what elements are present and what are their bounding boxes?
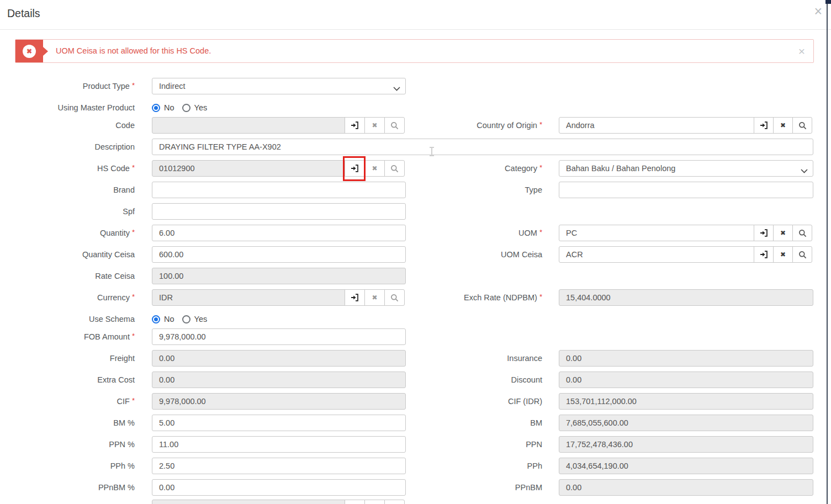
fob_amount-control: [152, 328, 406, 345]
text-cursor-ibeam: [431, 147, 432, 156]
fob_amount-input[interactable]: [152, 328, 406, 345]
product_type-selected-value: Indirect: [159, 82, 186, 91]
uom-search-button[interactable]: [792, 225, 812, 241]
field-row-product-type: Product Type*Indirect: [0, 78, 831, 94]
type-label-text: Type: [525, 185, 542, 194]
field-row-exch-rate-ndpbm: Exch Rate (NDPBM)*: [0, 289, 831, 306]
bm-input: [559, 415, 813, 431]
sign-in-arrow-icon: [760, 121, 768, 129]
uom-lookup: ✖: [559, 225, 812, 241]
uom_ceisa-lookup: ✖: [559, 246, 812, 263]
bottom_partial-control: ✖: [152, 500, 405, 504]
spf-control: [152, 203, 406, 220]
bm-control: [559, 415, 813, 431]
using_master_product-radio-yes[interactable]: [182, 104, 190, 112]
using_master_product-radio-group: NoYes: [152, 99, 215, 116]
chevron-down-icon: [393, 84, 400, 93]
ppn-control: [559, 436, 813, 453]
ppn-label-text: PPN: [526, 440, 542, 449]
clear-x-icon: ✖: [780, 251, 786, 258]
required-asterisk: *: [539, 228, 542, 236]
sign-in-arrow-icon: [760, 251, 768, 258]
product_type-select[interactable]: Indirect: [152, 78, 406, 94]
ppn-input: [559, 436, 813, 453]
clear-x-icon: ✖: [780, 229, 786, 237]
uom_ceisa-clear-button[interactable]: ✖: [773, 246, 793, 263]
ppnbm-input: [559, 479, 813, 496]
field-row-pph: PPh: [0, 458, 831, 474]
using_master_product-control: NoYes: [152, 99, 215, 116]
use_schema-radio-label-no: No: [164, 315, 174, 323]
bm-label: BM: [411, 415, 542, 431]
use_schema-radio-group: NoYes: [152, 311, 215, 327]
exch_rate_ndpbm-label-text: Exch Rate (NDPBM): [464, 293, 537, 302]
bottom_partial-clear-button[interactable]: ✖: [364, 500, 385, 504]
error-badge: ✖: [15, 40, 43, 62]
chevron-down-icon: [801, 166, 808, 175]
category-label-text: Category: [505, 164, 537, 173]
error-message: UOM Ceisa is not allowed for this HS Cod…: [56, 40, 211, 62]
category-label: Category*: [411, 160, 542, 177]
product_type-label: Product Type*: [0, 78, 135, 94]
discount-input: [559, 372, 813, 388]
required-asterisk: *: [132, 332, 135, 340]
discount-label: Discount: [411, 372, 542, 388]
use_schema-label: Use Schema: [0, 311, 135, 327]
fob_amount-label: FOB Amount*: [0, 328, 135, 345]
uom-label: UOM*: [411, 225, 542, 241]
close-icon[interactable]: ×: [814, 4, 822, 18]
window-edge-corner: [825, 0, 831, 4]
category-select[interactable]: Bahan Baku / Bahan Penolong: [559, 160, 813, 177]
bottom_partial-input: [152, 500, 345, 504]
required-asterisk: *: [539, 293, 542, 301]
field-row-discount: Discount: [0, 372, 831, 388]
cif_idr-label-text: CIF (IDR): [508, 397, 542, 406]
field-row-rate-ceisa: Rate Ceisa: [0, 268, 831, 284]
country_of_origin-clear-button[interactable]: ✖: [773, 117, 793, 134]
using_master_product-radio-label-no: No: [164, 103, 174, 112]
search-icon: [798, 251, 807, 259]
spf-input[interactable]: [152, 203, 406, 220]
field-row-country-of-origin: Country of Origin*✖: [0, 117, 831, 134]
uom_ceisa-search-button[interactable]: [792, 246, 812, 263]
use_schema-radio-no[interactable]: [152, 315, 160, 323]
search-icon: [798, 121, 807, 130]
field-row-use-schema: Use SchemaNoYes: [0, 311, 831, 327]
type-input[interactable]: [559, 182, 813, 198]
country_of_origin-goto-button[interactable]: [754, 117, 774, 134]
bottom_partial-goto-button[interactable]: [345, 500, 365, 504]
use_schema-radio-yes[interactable]: [182, 315, 190, 323]
using_master_product-label-text: Using Master Product: [58, 103, 135, 112]
bottom_partial-search-button[interactable]: [384, 500, 405, 504]
description-input[interactable]: [152, 139, 813, 155]
spf-label-text: Spf: [123, 207, 135, 216]
using_master_product-radio-no[interactable]: [152, 104, 160, 112]
use_schema-label-text: Use Schema: [89, 315, 135, 323]
uom-goto-button[interactable]: [754, 225, 774, 241]
ppnbm-label: PPnBM: [411, 479, 542, 496]
exch_rate_ndpbm-input: [559, 289, 813, 306]
uom-clear-button[interactable]: ✖: [773, 225, 793, 241]
uom-control: ✖: [559, 225, 812, 241]
field-row-insurance: Insurance: [0, 350, 831, 367]
field-row-bm: BM: [0, 415, 831, 431]
alert-close-icon[interactable]: ×: [798, 40, 805, 62]
field-row-uom-ceisa: UOM Ceisa✖: [0, 246, 831, 263]
insurance-input: [559, 350, 813, 367]
field-row-bottom-partial: ✖: [0, 500, 831, 504]
country_of_origin-input[interactable]: [559, 117, 754, 134]
description-label: Description: [0, 139, 135, 155]
field-row-type: Type: [0, 182, 831, 198]
exch_rate_ndpbm-label: Exch Rate (NDPBM)*: [411, 289, 542, 306]
country_of_origin-search-button[interactable]: [792, 117, 812, 134]
bottom_partial-lookup: ✖: [152, 500, 405, 504]
error-x-glyph: ✖: [27, 47, 32, 55]
uom_ceisa-input[interactable]: [559, 246, 754, 263]
ppnbm-control: [559, 479, 813, 496]
country_of_origin-control: ✖: [559, 117, 812, 134]
uom-input[interactable]: [559, 225, 754, 241]
description-control: [152, 139, 813, 155]
required-asterisk: *: [132, 81, 135, 89]
uom_ceisa-goto-button[interactable]: [754, 246, 774, 263]
window-edge-line: [827, 0, 828, 504]
